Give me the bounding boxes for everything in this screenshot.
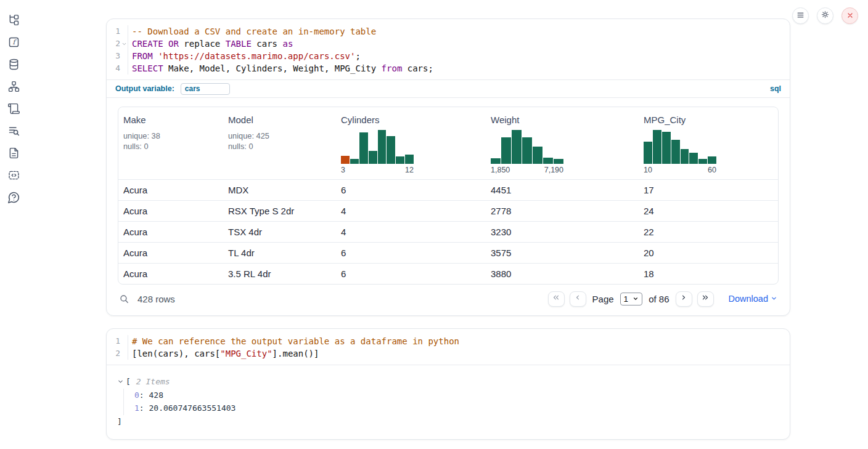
table-cell: 3575 (486, 248, 639, 258)
line-number: 1 (107, 25, 120, 38)
sql-table-output: Makeunique: 38nulls: 0Modelunique: 425nu… (107, 98, 790, 315)
column-header-make[interactable]: Makeunique: 38nulls: 0 (118, 115, 223, 174)
line-number: 1 (107, 335, 120, 347)
table-cell: 20 (639, 248, 779, 258)
histogram-bar (369, 151, 377, 164)
sidebar: f (0, 0, 27, 449)
table-cell: 4451 (486, 185, 639, 195)
code-line: 4SELECT Make, Model, Cylinders, Weight, … (107, 62, 790, 75)
column-histogram: 312 (341, 130, 414, 174)
table-footer: 428 rows Page 1 (118, 285, 779, 313)
chevron-right-icon (679, 293, 688, 304)
variables-icon[interactable]: f (7, 36, 20, 49)
table-cell: Acura (118, 227, 223, 237)
python-editor[interactable]: 1# We can reference the output variable … (107, 329, 790, 365)
entry-value: 20.060747663551403 (149, 402, 235, 415)
first-page-button[interactable] (548, 291, 565, 307)
sql-editor[interactable]: 1-- Download a CSV and create an in-memo… (107, 19, 790, 98)
settings-button[interactable] (817, 7, 833, 24)
column-header-weight[interactable]: Weight1,8507,190 (486, 115, 639, 174)
column-name: Weight (491, 115, 634, 125)
download-button[interactable]: Download (729, 294, 778, 304)
column-header-model[interactable]: Modelunique: 425nulls: 0 (223, 115, 336, 174)
last-page-button[interactable] (697, 291, 714, 307)
collapse-chevron-icon[interactable] (117, 378, 124, 385)
scratchpad-icon[interactable] (7, 102, 20, 115)
stat-line: unique: 38 (123, 131, 218, 141)
page-select[interactable]: 1 (620, 293, 643, 305)
histogram-bar (522, 137, 532, 164)
table-cell: 3.5 RL 4dr (223, 269, 336, 279)
prev-page-button[interactable] (570, 291, 586, 307)
code-line: 1-- Download a CSV and create an in-memo… (107, 25, 790, 38)
table-cell: Acura (118, 185, 223, 195)
chevron-down-icon (771, 294, 777, 304)
dependency-graph-icon[interactable] (7, 80, 20, 93)
output-variable-input[interactable] (181, 83, 230, 95)
column-header-cylinders[interactable]: Cylinders312 (336, 115, 486, 174)
column-histogram: 1,8507,190 (491, 130, 563, 174)
language-badge[interactable]: sql (770, 84, 781, 93)
column-header-mpg_city[interactable]: MPG_City1060 (639, 115, 779, 174)
table-cell: 24 (639, 206, 779, 216)
code-text: FROM 'https://datasets.marimo.app/cars.c… (128, 50, 361, 62)
output-variable-label: Output variable: (115, 84, 174, 93)
table-cell: 17 (639, 185, 779, 195)
code-line: 2CREATE OR replace TABLE cars as (107, 38, 790, 50)
chevron-left-icon (573, 293, 582, 304)
table-cell: 4 (336, 227, 486, 237)
histogram-bars (341, 130, 414, 164)
table-cell: TSX 4dr (223, 227, 336, 237)
histogram-bar (396, 156, 404, 164)
line-number-gutter: 2 (107, 347, 128, 360)
search-icon[interactable] (119, 294, 129, 304)
column-stats: unique: 38nulls: 0 (123, 131, 218, 152)
python-output: [ 2 Items 0: 428 1: 20.060747663551403 ] (107, 365, 790, 439)
open-bracket: [ (126, 375, 131, 389)
histogram-bar (708, 156, 716, 164)
table-cell: 3880 (486, 269, 639, 279)
table-cell: 3230 (486, 227, 639, 237)
download-label: Download (729, 294, 769, 304)
fold-chevron-icon[interactable] (120, 41, 128, 47)
code-token: # We can reference the output variable a… (132, 336, 459, 346)
code-token: SELECT (132, 63, 168, 73)
code-token: Make, Model, Cylinders, Weight, MPG_City (168, 63, 382, 73)
table-cell: 6 (336, 269, 486, 279)
histogram-bar (491, 158, 501, 164)
code-text: CREATE OR replace TABLE cars as (128, 38, 293, 50)
shutdown-button[interactable] (841, 7, 858, 24)
histogram-bar (681, 149, 689, 164)
axis-min-label: 1,850 (491, 166, 510, 174)
python-cell: 1# We can reference the output variable … (106, 328, 790, 440)
axis-min-label: 10 (644, 166, 652, 174)
stat-line: nulls: 0 (123, 141, 218, 152)
menu-button[interactable] (792, 7, 809, 24)
code-token: as (282, 39, 293, 49)
tree-entry: 0: 428 (134, 389, 780, 402)
code-token: TABLE (226, 39, 257, 49)
entry-colon: : (139, 402, 149, 415)
line-number: 2 (107, 347, 120, 360)
histogram-bars (491, 130, 563, 164)
column-name: Model (228, 115, 331, 125)
column-histogram: 1060 (644, 130, 716, 174)
datasources-icon[interactable] (7, 58, 20, 71)
column-name: Make (123, 115, 218, 125)
code-line: 2[len(cars), cars["MPG_City"].mean()] (107, 347, 790, 360)
file-explorer-icon[interactable] (7, 14, 20, 26)
help-icon[interactable] (7, 191, 20, 204)
line-number: 2 (107, 38, 120, 50)
table-cell: 2778 (486, 206, 639, 216)
next-page-button[interactable] (676, 291, 692, 307)
logs-icon[interactable] (7, 124, 20, 137)
stat-line: nulls: 0 (228, 141, 331, 152)
snippets-icon[interactable] (7, 169, 20, 182)
line-number: 4 (107, 62, 120, 75)
svg-text:f: f (12, 38, 17, 46)
histogram-bar (662, 132, 671, 164)
histogram-bar (689, 153, 698, 164)
line-number-gutter: 2 (107, 38, 128, 50)
documentation-icon[interactable] (7, 147, 20, 160)
column-name: Cylinders (341, 115, 481, 125)
